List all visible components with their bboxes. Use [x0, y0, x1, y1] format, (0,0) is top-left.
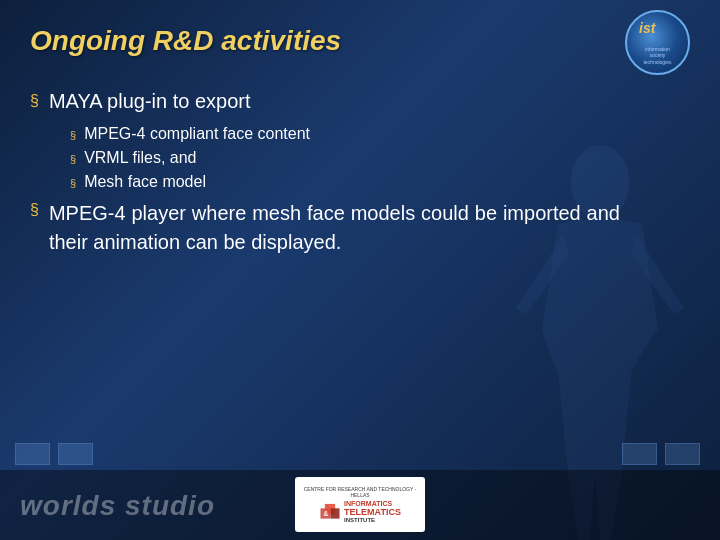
bullet-2: § MPEG-4 player where mesh face models c…: [30, 199, 620, 257]
slide-title: Ongoing R&D activities: [30, 25, 620, 57]
sub-bullet-2: § VRML files, and: [70, 149, 620, 167]
bullet-2-text: MPEG-4 player where mesh face models cou…: [49, 199, 620, 257]
deco-box-2: [58, 443, 93, 465]
institute-logo: CENTRE FOR RESEARCH AND TECHNOLOGY - HEL…: [295, 477, 425, 532]
institute-name: INFORMATICS TELEMATICS INSTITUTE: [344, 500, 401, 523]
sub-bullet-3: § Mesh face model: [70, 173, 620, 191]
informatics-text: INFORMATICS: [344, 500, 401, 507]
deco-box-1: [15, 443, 50, 465]
telematics-text: TELEMATICS: [344, 507, 401, 517]
worlds-studio-label: worlds studio: [20, 490, 215, 522]
sub-bullet-2-icon: §: [70, 153, 76, 165]
sub-bullet-3-icon: §: [70, 177, 76, 189]
institute-top-text: CENTRE FOR RESEARCH AND TECHNOLOGY - HEL…: [298, 486, 422, 498]
sub-bullet-1-text: MPEG-4 compliant face content: [84, 125, 310, 143]
logo-lines: information society technologies: [632, 46, 683, 66]
deco-boxes-left: [15, 443, 93, 465]
sub-bullet-3-text: Mesh face model: [84, 173, 206, 191]
slide-content: § MAYA plug-in to export § MPEG-4 compli…: [30, 90, 620, 257]
bullet-1-icon: §: [30, 92, 39, 110]
svg-text:&: &: [323, 509, 328, 516]
slide: ist information society technologies Ong…: [0, 0, 720, 540]
ist-logo: ist information society technologies: [625, 10, 690, 75]
deco-box-3: [622, 443, 657, 465]
deco-box-4: [665, 443, 700, 465]
bullet-1: § MAYA plug-in to export: [30, 90, 620, 113]
sub-bullet-2-text: VRML files, and: [84, 149, 196, 167]
sub-bullet-1: § MPEG-4 compliant face content: [70, 125, 620, 143]
sub-bullets: § MPEG-4 compliant face content § VRML f…: [70, 125, 620, 191]
svg-rect-3: [331, 508, 340, 518]
ist-text: ist: [639, 20, 655, 36]
institute-cube-icon: &: [319, 501, 341, 523]
institute-word-text: INSTITUTE: [344, 517, 401, 523]
deco-boxes-right: [622, 443, 700, 465]
sub-bullet-1-icon: §: [70, 129, 76, 141]
bottom-bar: worlds studio CENTRE FOR RESEARCH AND TE…: [0, 470, 720, 540]
bullet-2-icon: §: [30, 201, 39, 219]
bullet-1-text: MAYA plug-in to export: [49, 90, 251, 113]
logo-area: ist information society technologies: [625, 10, 705, 75]
institute-logo-row: & INFORMATICS TELEMATICS INSTITUTE: [319, 500, 401, 523]
